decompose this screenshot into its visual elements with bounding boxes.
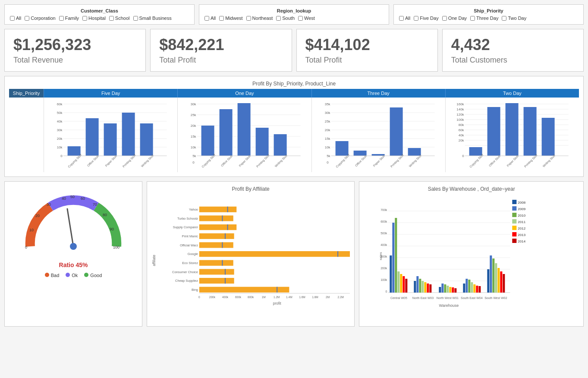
svg-line-112 <box>67 209 73 246</box>
svg-text:Bing: Bing <box>192 288 198 292</box>
svg-text:1.8M: 1.8M <box>312 296 318 299</box>
svg-rect-210 <box>447 286 449 293</box>
svg-rect-15 <box>104 123 117 156</box>
svg-text:50: 50 <box>70 195 75 199</box>
svg-text:Consumer Choice: Consumer Choice <box>172 270 198 274</box>
gauge-legend: Bad Ok Good <box>45 273 102 278</box>
svg-rect-191 <box>390 255 392 293</box>
filter-school[interactable]: School <box>109 16 130 21</box>
gauge-panel: 0 10 20 30 40 50 60 70 80 90 100 Ra <box>4 181 142 327</box>
svg-text:200k: 200k <box>209 296 216 299</box>
ship-one-day[interactable]: One Day <box>442 16 467 21</box>
svg-text:15k: 15k <box>324 137 330 141</box>
svg-rect-202 <box>422 281 424 293</box>
svg-rect-64 <box>390 107 402 156</box>
svg-rect-131 <box>199 251 350 257</box>
svg-text:Cheap Suppliez: Cheap Suppliez <box>175 279 198 283</box>
svg-text:40k: 40k <box>57 120 63 123</box>
svg-text:70: 70 <box>93 202 97 207</box>
filter-small-business[interactable]: Small Business <box>133 16 172 21</box>
region-midwest[interactable]: Midwest <box>219 16 242 21</box>
svg-rect-212 <box>452 287 454 293</box>
svg-text:20k: 20k <box>57 137 63 141</box>
filter-all[interactable]: All <box>10 16 21 21</box>
svg-text:20k: 20k <box>191 124 197 128</box>
svg-text:Writing Stuff: Writing Stuff <box>408 154 422 168</box>
svg-rect-16 <box>122 113 135 156</box>
svg-text:Google: Google <box>188 252 198 256</box>
kpi-revenue-label: Total Revenue <box>13 56 137 65</box>
kpi-revenue-value: $1,256,323 <box>13 36 137 54</box>
ship-priority-spacer <box>9 98 44 172</box>
svg-rect-61 <box>335 141 348 156</box>
svg-rect-164 <box>513 213 517 217</box>
svg-text:25k: 25k <box>191 113 197 117</box>
svg-rect-213 <box>455 288 457 293</box>
svg-rect-17 <box>140 123 153 156</box>
period-headers: Five Day One Day Three Day Two Day <box>44 89 579 98</box>
svg-text:profit: profit <box>273 301 281 306</box>
kpi-profit1-value: $842,221 <box>159 36 283 54</box>
svg-rect-205 <box>430 284 432 293</box>
svg-text:30k: 30k <box>57 128 63 132</box>
region-all[interactable]: All <box>204 16 216 21</box>
svg-text:5k: 5k <box>192 154 196 158</box>
svg-text:2011: 2011 <box>518 220 526 224</box>
svg-rect-226 <box>495 263 497 293</box>
filter-row: Customer_Class All Corporation Family Ho… <box>4 4 584 25</box>
svg-rect-93 <box>523 107 536 156</box>
svg-text:300k: 300k <box>380 255 387 258</box>
svg-text:2013: 2013 <box>518 233 526 237</box>
filter-corporation[interactable]: Corporation <box>25 16 55 21</box>
svg-text:600k: 600k <box>235 296 242 299</box>
period-one-day: One Day <box>177 89 311 98</box>
svg-text:Yahoo: Yahoo <box>189 208 198 211</box>
svg-rect-209 <box>444 284 447 293</box>
svg-text:2009: 2009 <box>518 207 526 211</box>
svg-rect-196 <box>403 276 405 293</box>
ship-all[interactable]: All <box>399 16 410 21</box>
region-south[interactable]: South <box>276 16 295 21</box>
region-options: All Midwest Northeast South West <box>204 16 384 21</box>
svg-rect-195 <box>400 274 402 293</box>
svg-text:60k: 60k <box>458 128 464 132</box>
svg-rect-201 <box>419 279 421 293</box>
svg-text:30: 30 <box>47 202 51 207</box>
svg-rect-193 <box>395 218 397 293</box>
svg-rect-39 <box>256 128 269 156</box>
svg-text:2010: 2010 <box>518 214 526 217</box>
svg-rect-38 <box>238 103 251 156</box>
svg-rect-143 <box>199 287 289 293</box>
svg-text:0: 0 <box>198 296 200 299</box>
kpi-row: $1,256,323 Total Revenue $842,221 Total … <box>4 29 584 72</box>
three-day-chart: 35k 30k 25k 20k 15k 10k 5k 0 Copying Stu… <box>311 98 445 172</box>
svg-text:40k: 40k <box>458 133 464 137</box>
svg-text:Paper Stuff: Paper Stuff <box>239 154 252 167</box>
svg-text:0: 0 <box>327 161 329 164</box>
svg-text:2.2M: 2.2M <box>337 296 344 299</box>
svg-rect-208 <box>442 284 444 293</box>
filter-family[interactable]: Family <box>59 16 79 21</box>
ship-five-day[interactable]: Five Day <box>414 16 438 21</box>
region-west[interactable]: West <box>298 16 315 21</box>
ship-two-day[interactable]: Two Day <box>502 16 526 21</box>
svg-text:Paper Stuff: Paper Stuff <box>506 154 519 167</box>
svg-text:0: 0 <box>60 154 63 158</box>
svg-point-113 <box>70 243 77 250</box>
svg-text:Office Stuff: Office Stuff <box>87 154 99 167</box>
svg-text:10k: 10k <box>57 145 63 149</box>
svg-text:North West W01: North West W01 <box>437 296 459 299</box>
svg-rect-36 <box>201 126 214 156</box>
ship-three-day[interactable]: Three Day <box>470 16 498 21</box>
five-day-chart: 60k 50k 40k 30k 20k 10k 0 Copying Stuff … <box>44 98 177 172</box>
svg-rect-170 <box>513 232 517 236</box>
svg-text:80k: 80k <box>458 123 464 127</box>
region-northeast[interactable]: Northeast <box>246 16 273 21</box>
bad-dot <box>45 273 49 277</box>
bar-charts-row: 60k 50k 40k 30k 20k 10k 0 Copying Stuff … <box>44 98 579 172</box>
filter-hospital[interactable]: Hospital <box>82 16 106 21</box>
svg-text:60: 60 <box>81 196 85 201</box>
svg-rect-207 <box>439 287 441 293</box>
svg-rect-215 <box>463 284 465 293</box>
svg-rect-229 <box>503 274 505 293</box>
